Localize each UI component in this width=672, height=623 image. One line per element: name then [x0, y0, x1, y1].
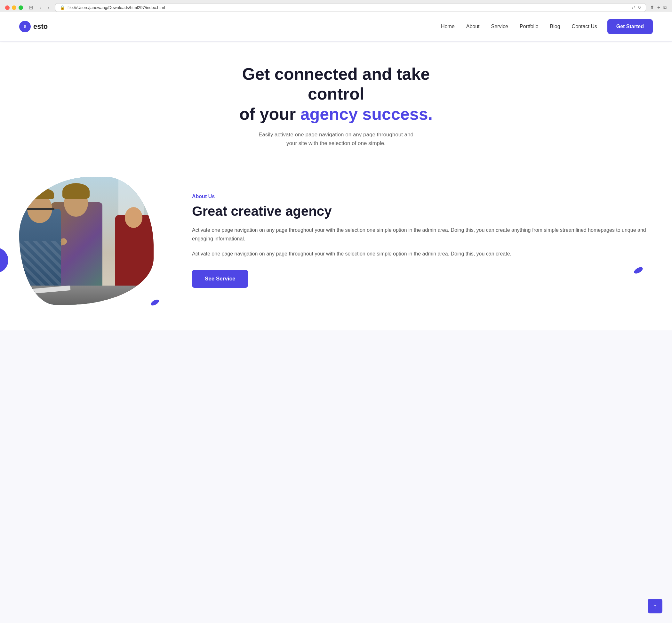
- nav-item-about[interactable]: About: [466, 24, 480, 29]
- about-bg-blob: [19, 177, 154, 305]
- logo-letter: e: [24, 24, 27, 29]
- hero-section: Get connected and take control of your a…: [0, 41, 672, 164]
- about-tag: About Us: [192, 194, 653, 200]
- nav-link-about[interactable]: About: [466, 24, 480, 29]
- security-icon: 🔒: [60, 5, 65, 10]
- browser-controls: ⊞ ‹ ›: [27, 4, 51, 11]
- maximize-button[interactable]: [19, 5, 23, 10]
- address-bar[interactable]: 🔒 file:///Users/janewang/Downloads/html2…: [55, 3, 646, 12]
- about-desc-1: Activate one page navigation on any page…: [192, 226, 653, 243]
- logo[interactable]: e esto: [19, 21, 48, 32]
- nav-link-blog[interactable]: Blog: [550, 24, 560, 29]
- share-button[interactable]: ⬆: [650, 4, 654, 10]
- about-image-container: [19, 177, 173, 305]
- deco-left-edge-blob: [0, 247, 8, 273]
- about-content: About Us Great creative agency Activate …: [192, 194, 653, 288]
- forward-button[interactable]: ›: [45, 4, 51, 11]
- nav-item-blog[interactable]: Blog: [550, 24, 560, 29]
- browser-actions: ⬆ + ⧉: [650, 4, 667, 10]
- nav-item-home[interactable]: Home: [441, 24, 455, 29]
- hero-title-accent: agency success.: [301, 105, 433, 123]
- nav-item-service[interactable]: Service: [491, 24, 508, 29]
- hero-title-line1: Get connected and take control: [242, 65, 430, 103]
- nav-link-service[interactable]: Service: [491, 24, 508, 29]
- about-section: About Us Great creative agency Activate …: [0, 164, 672, 330]
- about-title: Great creative agency: [192, 203, 653, 219]
- back-button[interactable]: ‹: [37, 4, 43, 11]
- browser-chrome: ⊞ ‹ › 🔒 file:///Users/janewang/Downloads…: [0, 0, 672, 12]
- translate-icon: ⇄: [632, 5, 635, 10]
- logo-icon: e: [19, 21, 31, 32]
- hero-title: Get connected and take control of your a…: [224, 64, 448, 124]
- reload-icon[interactable]: ↻: [638, 5, 641, 10]
- close-button[interactable]: [5, 5, 9, 10]
- nav-links: Home About Service Portfolio Blog Contac…: [441, 24, 597, 29]
- see-service-button[interactable]: See Service: [192, 270, 248, 288]
- hero-title-line2: of your: [239, 105, 301, 123]
- team-photo: [19, 177, 154, 305]
- url-text: file:///Users/janewang/Downloads/html297…: [67, 5, 165, 10]
- nav-item-contact[interactable]: Contact Us: [572, 24, 597, 29]
- hero-subtitle: Easily activate one page navigation on a…: [256, 130, 416, 148]
- sidebar-toggle-button[interactable]: ⊞: [27, 4, 35, 11]
- tabs-overview-button[interactable]: ⧉: [663, 5, 667, 10]
- about-desc-2: Activate one page navigation on any page…: [192, 249, 653, 258]
- navbar: e esto Home About Service Portfolio Blog…: [0, 12, 672, 41]
- website-content: × e esto Home About Service Portfolio Bl…: [0, 12, 672, 330]
- new-tab-button[interactable]: +: [657, 5, 660, 10]
- logo-text: esto: [33, 22, 48, 31]
- nav-link-contact[interactable]: Contact Us: [572, 24, 597, 29]
- nav-item-portfolio[interactable]: Portfolio: [520, 24, 539, 29]
- minimize-button[interactable]: [12, 5, 16, 10]
- nav-link-home[interactable]: Home: [441, 24, 455, 29]
- get-started-button[interactable]: Get Started: [607, 19, 653, 34]
- traffic-lights: [5, 5, 23, 10]
- nav-link-portfolio[interactable]: Portfolio: [520, 24, 539, 29]
